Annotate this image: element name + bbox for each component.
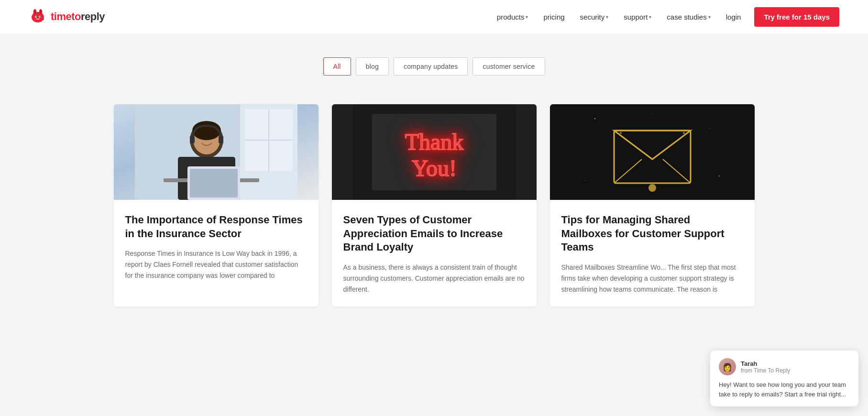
nav-pricing[interactable]: pricing	[538, 9, 570, 25]
svg-point-34	[585, 180, 586, 181]
svg-point-32	[709, 128, 710, 129]
svg-point-4	[40, 10, 42, 14]
nav-support[interactable]: support ▾	[618, 9, 657, 25]
filter-all[interactable]: All	[323, 57, 351, 76]
nav-security[interactable]: security ▾	[574, 9, 615, 25]
logo-icon	[29, 8, 47, 26]
card-title-insurance: The Importance of Response Times in the …	[125, 213, 307, 241]
logo-text: timetoreply	[51, 11, 105, 23]
svg-point-35	[652, 113, 653, 114]
card-mailboxes[interactable]: Tips for Managing Shared Mailboxes for C…	[550, 104, 755, 307]
svg-point-31	[594, 118, 595, 120]
filter-company-updates[interactable]: company updates	[394, 57, 468, 76]
card-excerpt-insurance: Response Times in Insurance Is Low Way b…	[125, 248, 307, 281]
svg-point-3	[34, 10, 36, 14]
svg-rect-20	[219, 136, 223, 143]
card-body-insurance: The Importance of Response Times in the …	[114, 200, 319, 293]
svg-point-42	[683, 132, 685, 134]
card-image-mailboxes	[550, 104, 755, 200]
filter-blog[interactable]: blog	[356, 57, 389, 76]
svg-point-40	[648, 184, 656, 192]
card-body-mailboxes: Tips for Managing Shared Mailboxes for C…	[550, 200, 755, 307]
card-appreciation[interactable]: Thank You! Thank You! Seven Types of Cus…	[332, 104, 537, 307]
card-image-insurance	[114, 104, 319, 200]
nav-products[interactable]: products ▾	[491, 9, 534, 25]
header: timetoreply products ▾ pricing security …	[0, 0, 868, 33]
card-insurance[interactable]: The Importance of Response Times in the …	[114, 104, 319, 307]
svg-rect-23	[190, 169, 238, 197]
card-excerpt-mailboxes: Shared Mailboxes Streamline Wo... The fi…	[561, 262, 743, 295]
svg-text:You!: You!	[412, 155, 457, 181]
svg-point-41	[620, 132, 622, 134]
card-excerpt-appreciation: As a business, there is always a consist…	[343, 262, 525, 295]
chevron-down-icon: ▾	[649, 14, 651, 20]
neon-sign-illustration: Thank You! Thank You!	[353, 104, 516, 200]
main-content: The Importance of Response Times in the …	[0, 90, 868, 335]
svg-point-9	[41, 18, 44, 20]
filter-bar: All blog company updates customer servic…	[323, 57, 545, 76]
chevron-down-icon: ▾	[708, 14, 711, 20]
filter-customer-service[interactable]: customer service	[472, 57, 545, 76]
logo[interactable]: timetoreply	[29, 8, 105, 26]
svg-point-8	[40, 16, 41, 17]
card-image-appreciation: Thank You! Thank You!	[332, 104, 537, 200]
person-illustration	[135, 104, 297, 200]
card-title-mailboxes: Tips for Managing Shared Mailboxes for C…	[561, 213, 743, 254]
card-title-appreciation: Seven Types of Customer Appreciation Ema…	[343, 213, 525, 254]
svg-point-33	[718, 175, 720, 177]
cards-grid: The Importance of Response Times in the …	[114, 104, 755, 307]
card-body-appreciation: Seven Types of Customer Appreciation Ema…	[332, 200, 537, 307]
svg-point-18	[192, 121, 221, 140]
main-nav: products ▾ pricing security ▾ support ▾ …	[491, 7, 839, 27]
filters-section: All blog company updates customer servic…	[0, 33, 868, 90]
chevron-down-icon: ▾	[606, 14, 608, 20]
svg-text:Thank: Thank	[405, 129, 463, 154]
svg-rect-19	[190, 136, 195, 143]
nav-cta-button[interactable]: Try free for 15 days	[754, 7, 839, 27]
svg-point-7	[36, 16, 37, 17]
nav-case-studies[interactable]: case studies ▾	[661, 9, 716, 25]
envelope-illustration	[571, 104, 734, 200]
nav-login[interactable]: login	[720, 9, 747, 25]
chevron-down-icon: ▾	[526, 14, 528, 20]
